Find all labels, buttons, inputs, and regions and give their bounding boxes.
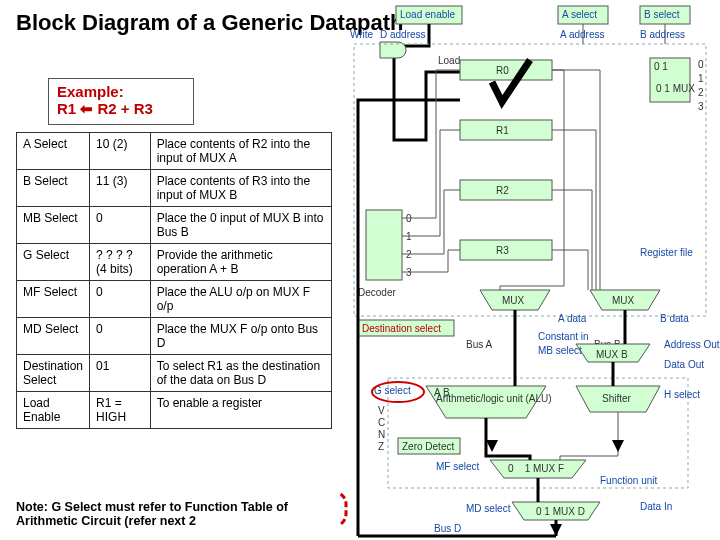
example-equation: R1 ⬅ R2 + R3 xyxy=(57,100,185,118)
table-row: Destination Select01To select R1 as the … xyxy=(17,355,332,392)
zero-detect-label: Zero Detect xyxy=(402,441,454,452)
table-row: B Select11 (3)Place contents of R3 into … xyxy=(17,170,332,207)
svg-text:Z: Z xyxy=(378,441,384,452)
mux-f: 0 1 MUX F xyxy=(508,463,564,474)
b-address-label: B address xyxy=(640,29,685,40)
mux-top-right: 0 1 MUX xyxy=(656,83,695,94)
alu-label: Arithmetic/logic unit (ALU) xyxy=(436,393,552,404)
address-out-label: Address Out xyxy=(664,339,720,350)
table-row: G Select? ? ? ? (4 bits)Provide the arit… xyxy=(17,244,332,281)
svg-text:A          B: A B xyxy=(434,387,450,398)
b-select-label: B select xyxy=(644,9,680,20)
mux-b-top: MUX xyxy=(612,295,635,306)
mux-b: MUX B xyxy=(596,349,628,360)
svg-text:N: N xyxy=(378,429,385,440)
mux-d: 0 1 MUX D xyxy=(536,506,585,517)
svg-text:V: V xyxy=(378,405,385,416)
table-row: Load EnableR1 = HIGHTo enable a register xyxy=(17,392,332,429)
footnote: Note: G Select must refer to Function Ta… xyxy=(16,500,346,529)
svg-text:1: 1 xyxy=(698,73,704,84)
h-select-label: H select xyxy=(664,389,700,400)
table-row: MB Select0Place the 0 input of MUX B int… xyxy=(17,207,332,244)
function-unit-label: Function unit xyxy=(600,475,657,486)
mb-select-label: MB select xyxy=(538,345,582,356)
mux-a: MUX xyxy=(502,295,525,306)
g-select-label: G select xyxy=(374,385,411,396)
svg-text:2: 2 xyxy=(698,87,704,98)
constant-in-label: Constant in xyxy=(538,331,589,342)
write-label: Write xyxy=(350,29,374,40)
mf-select-label: MF select xyxy=(436,461,480,472)
data-in-label: Data In xyxy=(640,501,672,512)
register-r2: R2 xyxy=(496,185,509,196)
decoder-label: Decoder xyxy=(358,287,396,298)
example-label: Example: xyxy=(57,83,185,100)
datapath-diagram: Load enable A select B select Write D ad… xyxy=(340,0,720,540)
b-data-label: B data xyxy=(660,313,689,324)
data-out-label: Data Out xyxy=(664,359,704,370)
d-address-label: D address xyxy=(380,29,426,40)
bus-d-label: Bus D xyxy=(434,523,461,534)
svg-text:0: 0 xyxy=(698,59,704,70)
bus-a-label: Bus A xyxy=(466,339,492,350)
load-enable-label: Load enable xyxy=(400,9,455,20)
svg-text:3: 3 xyxy=(698,101,704,112)
example-box: Example: R1 ⬅ R2 + R3 xyxy=(48,78,194,125)
register-r1: R1 xyxy=(496,125,509,136)
svg-text:C: C xyxy=(378,417,385,428)
svg-text:0   1: 0 1 xyxy=(654,61,668,72)
a-data-label: A data xyxy=(558,313,587,324)
table-row: A Select10 (2)Place contents of R2 into … xyxy=(17,133,332,170)
table-row: MF Select0Place the ALU o/p on MUX F o/p xyxy=(17,281,332,318)
table-row: MD Select0Place the MUX F o/p onto Bus D xyxy=(17,318,332,355)
destination-select-label: Destination select xyxy=(362,323,441,334)
shifter-label: Shifter xyxy=(602,393,632,404)
svg-rect-35 xyxy=(340,492,346,526)
svg-rect-3 xyxy=(366,210,402,280)
a-select-label: A select xyxy=(562,9,597,20)
register-r3: R3 xyxy=(496,245,509,256)
control-table: A Select10 (2)Place contents of R2 into … xyxy=(16,132,332,429)
a-address-label: A address xyxy=(560,29,604,40)
register-file-label: Register file xyxy=(640,247,693,258)
md-select-label: MD select xyxy=(466,503,511,514)
load-label: Load xyxy=(438,55,460,66)
